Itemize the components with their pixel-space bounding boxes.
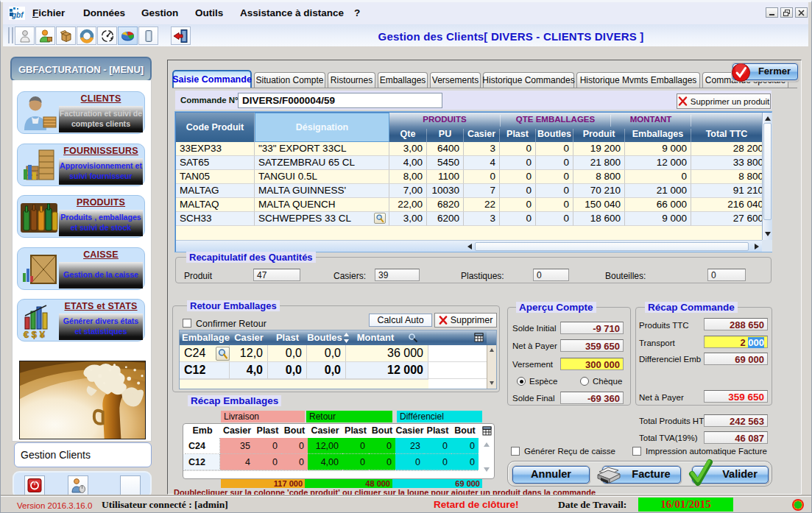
menu-assistance[interactable]: Assistance à distance xyxy=(240,7,344,18)
scroll-arrow-icon[interactable] xyxy=(765,232,771,236)
col-header[interactable]: PU xyxy=(427,129,464,142)
recap-col-header[interactable]: Emb xyxy=(185,425,220,437)
scroll-arrow-icon[interactable] xyxy=(765,116,771,121)
fermer-button[interactable]: Fermer xyxy=(732,63,798,80)
power-off-button[interactable] xyxy=(24,475,45,495)
menu-outils[interactable]: Outils xyxy=(195,7,223,18)
products-vscrollbar[interactable] xyxy=(762,113,772,240)
sidebar-item-caisse[interactable]: CAISSEGestion de la caisse xyxy=(17,247,145,290)
col-header-total-ttc[interactable]: Total TTC xyxy=(691,129,762,142)
tab-emballages[interactable]: Emballages xyxy=(378,72,428,88)
menu-gestion[interactable]: Gestion xyxy=(141,7,178,18)
espece-radio[interactable] xyxy=(517,377,526,386)
table-row[interactable]: SCH33SCHWEPPES 33 CL3,00620030018 6009 0… xyxy=(176,212,762,226)
col-header-code-produit[interactable]: Code Produit xyxy=(176,113,255,142)
toolbar-ring-button[interactable] xyxy=(77,26,96,45)
retour-col-header[interactable]: Casier xyxy=(230,332,268,343)
toolbar-client-button[interactable] xyxy=(35,26,55,45)
recap-col-header[interactable]: Bout xyxy=(281,425,308,437)
cheque-radio[interactable] xyxy=(580,377,589,386)
tab-versements[interactable]: Versements xyxy=(430,72,481,88)
blank-button[interactable] xyxy=(120,475,141,495)
col-header[interactable]: Qte xyxy=(389,129,427,142)
col-header[interactable]: Produit xyxy=(573,129,625,142)
sort-icon[interactable] xyxy=(343,331,350,344)
sidebar-item-produits[interactable]: PRODUITSProduits , emballages et suivi d… xyxy=(17,195,145,238)
menu-donnees[interactable]: Données xyxy=(83,7,125,18)
col-header[interactable]: Plast xyxy=(500,129,536,142)
retour-emballages-table[interactable]: EmballageCasierPlastBoutlesMontantC2412,… xyxy=(179,330,497,389)
grid-icon[interactable] xyxy=(474,333,484,342)
retour-col-header[interactable]: Emballage xyxy=(182,332,227,343)
toolbar-stats-button[interactable] xyxy=(118,26,138,45)
scroll-arrow-icon[interactable] xyxy=(490,381,494,385)
recap-col-header[interactable]: Plast xyxy=(342,425,369,437)
recap-table-row[interactable]: C124004,0000000 xyxy=(183,454,478,470)
toolbar-clock-button[interactable] xyxy=(97,26,117,45)
table-row[interactable]: MALTAGMALTA GUINNESS'7,001003070070 2102… xyxy=(176,184,762,198)
tab-historique-mvmts-emballages[interactable]: Historique Mvmts Emballages xyxy=(576,72,700,88)
user-session-button[interactable] xyxy=(68,475,88,495)
retour-col-header[interactable]: Boutles xyxy=(307,332,342,343)
recap-field-value[interactable]: 2 000 xyxy=(704,336,768,348)
magnifier-icon[interactable] xyxy=(216,347,230,361)
retour-table-row[interactable]: C2412,00,00,036 000 xyxy=(180,345,487,362)
toolbar-grip[interactable] xyxy=(8,27,13,43)
tab-ristournes[interactable]: Ristournes xyxy=(328,72,375,88)
tab-saisie-commande[interactable]: Saisie Commande xyxy=(172,70,252,88)
recap-col-header[interactable]: Bout xyxy=(369,425,395,437)
sidebar-item-fournisseurs[interactable]: FOURNISSEURSApprovisionnement et suivi f… xyxy=(17,144,145,186)
grid-icon[interactable] xyxy=(482,426,492,436)
products-hscrollbar[interactable] xyxy=(176,240,762,252)
table-row[interactable]: MALTAQMALTA QUENCH22,0068202200150 04066… xyxy=(176,198,762,212)
products-table[interactable]: Code ProduitDésignationPRODUITSQTE EMBAL… xyxy=(175,112,772,252)
calcul-auto-button[interactable]: Calcul Auto xyxy=(369,314,432,327)
scroll-arrow-icon[interactable] xyxy=(490,348,494,352)
recap-col-header[interactable]: Casier xyxy=(395,425,424,437)
retour-col-header[interactable]: Montant xyxy=(346,332,405,343)
minimize-button[interactable] xyxy=(766,7,778,18)
col-header[interactable]: Emballages xyxy=(625,129,691,142)
col-header[interactable]: Boutles xyxy=(536,129,573,142)
table-row[interactable]: SAT65SATZEMBRAU 65 CL4,00545040021 80012… xyxy=(176,156,762,170)
recap-col-header[interactable]: Bout xyxy=(451,425,479,437)
col-header-designation[interactable]: Désignation xyxy=(255,113,389,142)
product-lookup-button[interactable] xyxy=(374,213,387,225)
scroll-arrow-icon[interactable] xyxy=(484,442,490,447)
impression-auto-checkbox[interactable] xyxy=(632,447,641,456)
recap-col-header[interactable]: Plast xyxy=(254,425,281,437)
close-button[interactable] xyxy=(795,7,808,18)
retour-table-row[interactable]: C124,00,00,012 000 xyxy=(180,362,487,379)
recap-emballages-table[interactable]: EmbCasierPlastBoutCasierPlastBoutCasierP… xyxy=(183,423,495,479)
table-row[interactable]: TAN05TANGUI 0.5L8,0011000008 80008 800 xyxy=(176,170,762,184)
scroll-arrow-icon[interactable] xyxy=(467,244,472,250)
tab-situation-compte[interactable]: Situation Compte xyxy=(254,72,325,88)
toolbar-panel-button[interactable] xyxy=(138,26,158,45)
recap-col-header[interactable]: Casier xyxy=(220,425,254,437)
restore-button[interactable] xyxy=(780,7,793,18)
emballage-lookup-button[interactable] xyxy=(216,347,230,361)
annuler-button[interactable]: Annuler xyxy=(512,466,590,484)
apercu-field-value[interactable]: 300 000 xyxy=(560,358,624,370)
supprimer-produit-button[interactable]: Supprimer un produit xyxy=(677,93,771,109)
valider-button[interactable]: Valider xyxy=(692,466,769,484)
recap-table-row[interactable]: C24350012,00002300 xyxy=(183,438,478,454)
scroll-thumb[interactable] xyxy=(475,242,749,251)
col-header[interactable]: Casier xyxy=(464,129,500,142)
commande-number-field[interactable]: DIVERS/F000004/59 xyxy=(238,93,442,108)
recap-col-header[interactable]: Plast xyxy=(424,425,451,437)
menu-aide[interactable]: ? xyxy=(354,7,360,18)
recap-vscrollbar[interactable] xyxy=(481,438,493,478)
facture-button[interactable]: Facture xyxy=(602,466,681,484)
confirmer-retour-checkbox[interactable] xyxy=(183,319,191,328)
tab-historique-commandes[interactable]: Historique Commandes xyxy=(483,72,574,88)
sidebar-item-etats-stats[interactable]: € $ ¥ETATS et STATSGénérer divers états … xyxy=(17,299,145,342)
retour-col-header[interactable]: Plast xyxy=(268,332,307,343)
scroll-thumb[interactable] xyxy=(763,123,772,220)
menu-fichier[interactable]: Fichier xyxy=(32,7,65,18)
recap-col-header[interactable]: Casier xyxy=(308,425,342,437)
recu-caisse-checkbox[interactable] xyxy=(511,447,520,456)
table-row[interactable]: 33EXP33"33" EXPORT 33CL3,00640030019 200… xyxy=(176,142,762,156)
scroll-arrow-icon[interactable] xyxy=(484,467,490,472)
search-icon[interactable] xyxy=(408,333,418,343)
